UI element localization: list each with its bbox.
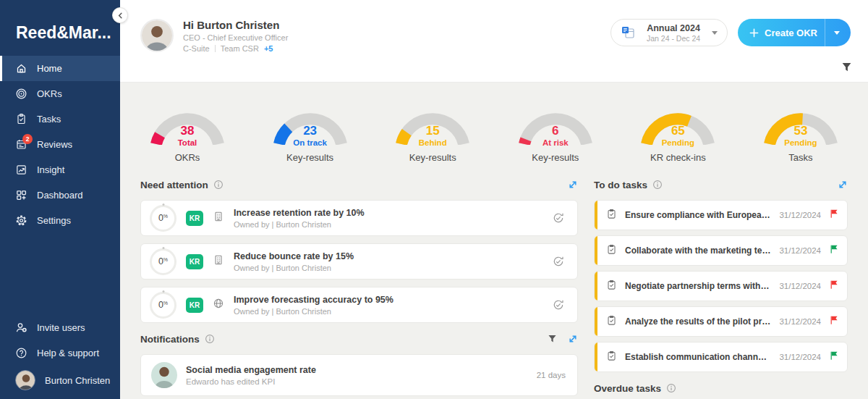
- review-calendar-icon: 2: [15, 138, 27, 151]
- priority-flag-icon[interactable]: [829, 244, 839, 257]
- progress-ring: 0%: [150, 248, 176, 275]
- gauge-label: Tasks: [788, 152, 812, 163]
- info-icon[interactable]: [205, 334, 215, 344]
- task-due-date: 31/12/2024: [779, 246, 821, 255]
- info-icon[interactable]: [213, 180, 224, 190]
- attention-item[interactable]: 0% KR Improve forecasting accuracy to 95…: [140, 287, 578, 323]
- task-item[interactable]: Negotiate partnership terms with i... 31…: [594, 271, 848, 301]
- task-item[interactable]: Ensure compliance with European r... 31/…: [594, 200, 848, 230]
- sidebar-item-reviews[interactable]: 2 Reviews: [0, 132, 120, 157]
- plus-icon: [749, 28, 759, 38]
- progress-ring: 0%: [150, 205, 176, 232]
- attention-item[interactable]: 0% KR Increase retention rate by 10% Own…: [140, 200, 578, 236]
- create-okr-dropdown[interactable]: [825, 19, 851, 46]
- gauge-value: 53: [763, 125, 838, 137]
- user-team: Team CSR: [221, 44, 259, 53]
- check-in-icon[interactable]: [552, 255, 565, 268]
- info-icon[interactable]: [666, 383, 676, 393]
- gauge-label: Key-results: [286, 152, 333, 163]
- gauge-value: 38: [150, 125, 225, 137]
- user-avatar[interactable]: [140, 19, 174, 52]
- section-title: Notifications: [140, 334, 200, 345]
- notification-item[interactable]: Social media engagement rate Edwardo has…: [140, 354, 578, 396]
- user-role: CEO - Chief Executive Officer: [183, 33, 288, 42]
- info-icon[interactable]: [652, 180, 663, 190]
- priority-flag-icon[interactable]: [829, 315, 839, 328]
- expand-icon[interactable]: [568, 334, 578, 344]
- sidebar-item-okrs[interactable]: OKRs: [0, 81, 120, 106]
- help-support-button[interactable]: Help & support: [0, 340, 120, 366]
- filter-funnel-icon: [841, 62, 852, 72]
- gauge-status: On track: [273, 138, 348, 147]
- gauge-value: 65: [640, 125, 715, 137]
- check-in-icon[interactable]: [552, 298, 565, 311]
- task-clipboard-icon: [606, 350, 617, 364]
- main-area: Hi Burton Christen CEO - Chief Executive…: [120, 0, 868, 399]
- period-text: Annual 2024 Jan 24 - Dec 24: [642, 23, 705, 43]
- period-label: Annual 2024: [642, 23, 705, 33]
- period-range: Jan 24 - Dec 24: [642, 34, 705, 43]
- left-column: Need attention 0% KR Increase retention …: [140, 170, 578, 399]
- kr-owner: Owned by | Burton Christen: [234, 220, 365, 229]
- attention-item[interactable]: 0% KR Reduce bounce rate by 15% Owned by…: [140, 243, 578, 280]
- home-icon: [15, 62, 27, 75]
- sidebar: Reed&Mar... Home OKRs Tasks: [0, 0, 120, 399]
- gauge-kr-at-risk[interactable]: 6At risk Key-results: [509, 106, 603, 163]
- gauge-tasks-pending[interactable]: 53Pending Tasks: [754, 106, 848, 163]
- sidebar-collapse-button[interactable]: [112, 7, 128, 23]
- filter-funnel-icon[interactable]: [548, 335, 557, 343]
- sidebar-user-avatar: [15, 370, 35, 390]
- sidebar-item-tasks[interactable]: Tasks: [0, 106, 120, 132]
- task-clipboard-icon: [606, 244, 617, 258]
- clipboard-check-icon: [15, 113, 27, 125]
- gauge-kr-checkins-pending[interactable]: 65Pending KR check-ins: [631, 106, 725, 163]
- period-selector[interactable]: Annual 2024 Jan 24 - Dec 24: [610, 19, 728, 46]
- priority-flag-icon[interactable]: [829, 350, 839, 364]
- gauge-status: Behind: [395, 138, 470, 147]
- dashboard-grid-icon: [15, 189, 27, 201]
- expand-icon[interactable]: [568, 180, 578, 190]
- sidebar-user-name: Burton Christen: [45, 375, 110, 386]
- chevron-down-icon: [712, 31, 718, 35]
- notification-avatar: [151, 362, 177, 388]
- task-item[interactable]: Establish communication channels... 31/1…: [594, 342, 848, 372]
- notification-title: Social media engagement rate: [186, 365, 316, 375]
- sidebar-footer: Invite users Help & support Burton Chris…: [0, 315, 120, 399]
- task-item[interactable]: Collaborate with the marketing tea... 31…: [594, 235, 848, 266]
- gauge-kr-on-track[interactable]: 23On track Key-results: [263, 106, 357, 163]
- more-teams-link[interactable]: +5: [264, 44, 273, 53]
- priority-flag-icon[interactable]: [829, 209, 839, 222]
- task-due-date: 31/12/2024: [779, 211, 821, 219]
- sidebar-item-settings[interactable]: Settings: [0, 208, 120, 233]
- user-plus-icon: [15, 322, 27, 334]
- sidebar-item-dashboard[interactable]: Dashboard: [0, 182, 120, 208]
- task-item[interactable]: Analyze the results of the pilot pro... …: [594, 306, 848, 337]
- invite-users-button[interactable]: Invite users: [0, 315, 120, 340]
- chevron-down-icon: [834, 31, 840, 35]
- kr-title: Reduce bounce rate by 15%: [234, 251, 354, 261]
- task-title: Collaborate with the marketing tea...: [625, 245, 771, 256]
- create-okr-label: Create OKR: [765, 28, 817, 38]
- gauge-okrs-total[interactable]: 38Total OKRs: [140, 106, 234, 163]
- invite-users-label: Invite users: [37, 322, 85, 333]
- kr-owner: Owned by | Burton Christen: [234, 264, 354, 272]
- sidebar-item-insight[interactable]: Insight: [0, 157, 120, 182]
- check-in-icon[interactable]: [552, 211, 565, 224]
- sidebar-item-home[interactable]: Home: [0, 56, 120, 81]
- gauge-status: Pending: [640, 138, 715, 147]
- task-title: Establish communication channels...: [625, 352, 771, 362]
- gauge-kr-behind[interactable]: 15Behind Key-results: [386, 106, 480, 163]
- notification-subtitle: Edwardo has edited KPI: [186, 377, 316, 386]
- global-filter-button[interactable]: [841, 62, 852, 75]
- sidebar-item-label: Dashboard: [37, 190, 83, 201]
- workspace-logo: Reed&Mar...: [0, 0, 120, 56]
- gauge-label: KR check-ins: [650, 152, 706, 163]
- create-okr-button[interactable]: Create OKR: [738, 19, 851, 46]
- notifications-header: Notifications: [140, 330, 578, 348]
- sidebar-user-profile[interactable]: Burton Christen: [0, 366, 120, 395]
- gauge-label: Key-results: [409, 152, 456, 163]
- priority-flag-icon[interactable]: [829, 280, 839, 293]
- divider: [215, 45, 216, 52]
- sidebar-item-label: Home: [37, 63, 62, 74]
- expand-icon[interactable]: [838, 180, 848, 190]
